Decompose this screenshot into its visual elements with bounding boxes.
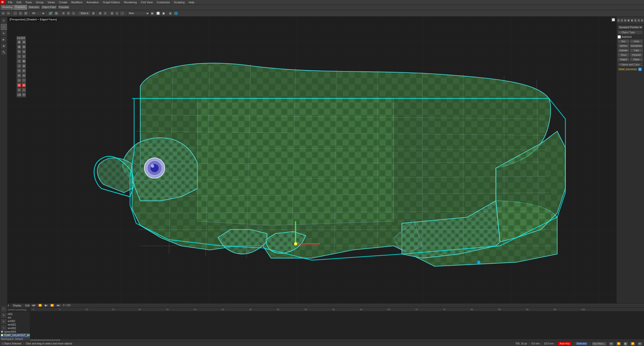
rp-icon-8[interactable]: ⊡ (641, 19, 643, 22)
timeline-prev-frame[interactable]: ⏪ (37, 304, 43, 307)
menu-create[interactable]: Create (57, 0, 69, 4)
menu-rendering[interactable]: Rendering (122, 0, 139, 4)
rp-icon-6[interactable]: 🔧 (634, 19, 637, 22)
render-setup-button[interactable]: ▶ (150, 11, 155, 16)
timeline-play[interactable]: ▶ (44, 304, 48, 307)
menu-help[interactable]: Help (187, 0, 197, 4)
playback-prev-button[interactable]: ⏪ (616, 341, 621, 346)
rp-icon-3[interactable]: ⊕ (624, 19, 627, 22)
tool-btn-18[interactable]: ⋮ (22, 78, 26, 82)
sg-tab-edit[interactable]: Edit (23, 303, 30, 308)
tool-btn-1[interactable]: ▦ (17, 40, 21, 44)
sidebar-hierarchy[interactable]: ⊕ (1, 30, 7, 36)
layer-manager-button[interactable]: ⊟ (110, 11, 114, 16)
tool-btn-17[interactable]: ◎ (17, 78, 21, 82)
sidebar-create[interactable]: ✛ (1, 18, 7, 24)
timeline-next-frame[interactable]: ⏩ (49, 304, 55, 307)
tool-btn-14[interactable]: ⊞ (22, 69, 26, 73)
tool-btn-24[interactable]: ⊗ (22, 93, 26, 97)
menu-modifiers[interactable]: Modifiers (69, 0, 85, 4)
undo-button[interactable]: ↩ (1, 11, 6, 16)
timeline-scrollbar[interactable] (30, 339, 644, 341)
sidebar-motion[interactable]: ▶ (1, 37, 7, 43)
menu-file[interactable]: File (6, 0, 15, 4)
object-name-input[interactable] (618, 68, 638, 71)
unlink-button[interactable]: ⛓ (54, 11, 59, 16)
tool-btn-8[interactable]: ⊡ (22, 54, 26, 58)
menu-civil-view[interactable]: Civil View (139, 0, 155, 4)
rp-icon-1[interactable]: ✛ (617, 19, 620, 22)
playback-play-button[interactable]: ▶ (623, 341, 628, 346)
tool-btn-23[interactable]: 3.19 (17, 93, 21, 97)
tab-modeling[interactable]: Modeling (1, 5, 14, 10)
viewport-maximize-button[interactable]: ⬜ (611, 18, 615, 22)
ot-plane[interactable]: Plane (630, 57, 643, 61)
timeline-keyframe-area[interactable] (30, 311, 644, 341)
sidebar-move-icon[interactable]: ✛ (1, 312, 7, 318)
render-production-button[interactable]: ◼ (161, 11, 166, 16)
sidebar-display[interactable]: ◉ (1, 43, 7, 49)
ot-tube[interactable]: Tube (630, 48, 643, 52)
rp-icon-2[interactable]: ⬡ (620, 19, 623, 22)
menu-animation[interactable]: Animation (85, 0, 101, 4)
menu-tools[interactable]: Tools (23, 0, 34, 4)
render-frame-button[interactable]: ⬜ (155, 11, 161, 16)
ot-cylinder[interactable]: Cylinder (618, 48, 629, 52)
tool-btn-22[interactable]: ≡ (22, 88, 26, 92)
key-filters-button[interactable]: Key Filters... (592, 341, 607, 346)
name-color-section[interactable]: Name and Color (618, 62, 643, 67)
timeline-play-forward[interactable]: ⏭ (56, 304, 61, 307)
app-logo[interactable]: M (0, 0, 5, 4)
auto-key-button[interactable]: Auto Key (558, 342, 571, 346)
rp-icon-5[interactable]: ◉ (631, 19, 633, 22)
tool-btn-11[interactable]: ▱ (17, 64, 21, 68)
tool-btn-16[interactable]: ⊠ (22, 74, 26, 78)
tool-btn-2[interactable]: ▤ (22, 40, 26, 44)
sidebar-scale-icon[interactable]: ⤡ (1, 325, 7, 331)
tool-panel-close[interactable]: ✕ (23, 37, 25, 39)
select-scale-button[interactable]: ⤡ (71, 11, 76, 16)
primitives-dropdown[interactable]: Standard Primitives (618, 25, 643, 29)
ot-sphere[interactable]: Sphere (618, 44, 629, 48)
sidebar-utilities[interactable]: 🔧 (1, 49, 7, 55)
rp-icon-7[interactable]: ≡ (637, 19, 640, 22)
tab-selection[interactable]: Selection (27, 5, 40, 10)
tool-btn-3[interactable]: ▩ (17, 45, 21, 49)
material-editor-button[interactable]: ◈ (168, 11, 173, 16)
ot-geosphere[interactable]: GeoSphere (630, 44, 643, 48)
tab-object-paint[interactable]: Object Paint (41, 5, 57, 10)
tool-btn-20[interactable]: ◼ (22, 83, 26, 87)
select-by-name-button[interactable]: ☰ (23, 11, 28, 16)
select-object-button[interactable]: ⬚ (13, 11, 18, 16)
tool-btn-15[interactable]: ⊟ (17, 74, 21, 78)
menu-group[interactable]: Group (34, 0, 46, 4)
selection-filter-dropdown[interactable]: All (30, 11, 46, 16)
tool-btn-10[interactable]: ⬢ (22, 59, 26, 63)
ot-torus[interactable]: Torus (618, 53, 629, 57)
object-color-swatch[interactable] (638, 68, 642, 71)
object-type-section[interactable]: Object Type (618, 30, 643, 35)
ot-teapot[interactable]: Teapot (618, 57, 629, 61)
menu-views[interactable]: Views (46, 0, 57, 4)
timeline-track[interactable]: 0 5 10 15 20 25 30 35 40 45 50 55 60 65 … (30, 307, 644, 341)
tool-btn-5[interactable]: ⊕ (17, 50, 21, 54)
sidebar-select-icon[interactable]: ↖ (1, 306, 7, 312)
link-button[interactable]: 🔗 (48, 11, 53, 16)
select-region-button[interactable]: ⬡ (18, 11, 23, 16)
align-button[interactable]: ≡ (103, 11, 107, 16)
menu-scripting[interactable]: Scripting (172, 0, 187, 4)
tool-btn-7[interactable]: ◇ (17, 54, 21, 58)
tool-btn-6[interactable]: ◈ (22, 50, 26, 54)
scene-item-6[interactable]: TEMP_UVLAYOUT_ME... (1, 333, 29, 337)
redo-button[interactable]: ↪ (6, 11, 11, 16)
curve-editor-button[interactable]: ≈ (115, 11, 119, 16)
pivot-button[interactable]: ⊕ (91, 11, 96, 16)
tool-btn-19[interactable]: ◼ (17, 83, 21, 87)
tool-btn-4[interactable]: ▧ (22, 45, 26, 49)
tool-btn-9[interactable]: ⬡ (17, 59, 21, 63)
autogrid-checkbox[interactable] (618, 35, 621, 39)
tool-btn-13[interactable]: ⚙ (17, 69, 21, 73)
rp-icon-4[interactable]: ▶ (627, 19, 630, 22)
ot-pyramid[interactable]: Pyramid (630, 53, 643, 57)
render-environment-button[interactable]: 🌐 (173, 11, 179, 16)
